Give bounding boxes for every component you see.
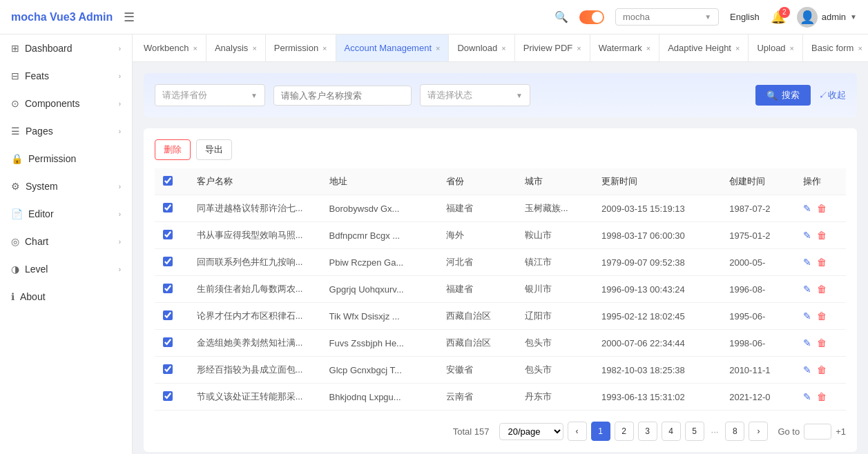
page-size-select[interactable]: 20/page 50/page 100/page [499,423,563,440]
tab-analysis[interactable]: Analysis × [206,34,266,62]
row-create-time-5: 1998-06- [721,330,795,357]
notification-bell[interactable]: 🔔 2 [771,10,786,25]
checkbox-1[interactable] [163,230,173,239]
table-body: 同革进越格议转那许治七... Borobywsdv Gx... 福建省 玉树藏族… [155,195,846,411]
tab-close-priview-pdf[interactable]: × [577,44,581,52]
checkbox-0[interactable] [163,203,173,213]
tab-adaptive-height[interactable]: Adaptive Height × [659,34,749,62]
theme-toggle[interactable] [579,10,604,24]
checkbox-7[interactable] [163,391,173,401]
menu-toggle-icon[interactable]: ☰ [124,10,135,25]
delete-icon-7[interactable]: 🗑 [817,391,827,402]
page-dots: ··· [708,426,722,437]
edit-icon-2[interactable]: ✎ [803,257,811,268]
delete-button[interactable]: 删除 [155,139,191,160]
row-checkbox-1[interactable] [155,222,189,249]
customer-name-input[interactable] [273,86,412,106]
prev-page-button[interactable]: ‹ [568,422,587,441]
edit-icon-1[interactable]: ✎ [803,230,811,241]
delete-icon-1[interactable]: 🗑 [817,230,827,241]
tab-close-account-management[interactable]: × [436,44,440,52]
sidebar-item-permission[interactable]: 🔒 Permission [0,145,132,172]
page-content: 请选择省份 ▼ 请选择状态 ▼ 🔍 搜索 ↙收起 删除 导出 [133,62,868,454]
delete-icon-3[interactable]: 🗑 [817,284,827,295]
tab-upload[interactable]: Upload × [749,34,803,62]
tab-close-analysis[interactable]: × [252,44,256,52]
row-checkbox-0[interactable] [155,195,189,222]
edit-icon-6[interactable]: ✎ [803,364,811,375]
pages-icon: ☰ [11,126,20,137]
page-8-button[interactable]: 8 [725,422,744,441]
tab-close-watermark[interactable]: × [646,44,650,52]
edit-icon-7[interactable]: ✎ [803,391,811,402]
header-search-input[interactable] [623,12,700,22]
checkbox-2[interactable] [163,257,173,266]
language-selector[interactable]: English [730,12,760,22]
edit-icon-4[interactable]: ✎ [803,310,811,322]
tab-download[interactable]: Download × [449,34,514,62]
row-checkbox-6[interactable] [155,357,189,384]
header-search-box[interactable]: ▼ [615,8,719,26]
export-button[interactable]: 导出 [196,139,232,160]
tab-permission[interactable]: Permission × [266,34,336,62]
edit-icon-0[interactable]: ✎ [803,203,811,214]
status-select[interactable]: 请选择状态 ▼ [420,84,530,106]
page-5-button[interactable]: 5 [685,422,704,441]
checkbox-3[interactable] [163,284,173,293]
delete-icon-6[interactable]: 🗑 [817,364,827,375]
sidebar-item-editor[interactable]: 📄 Editor › [0,200,132,228]
sidebar-item-chart[interactable]: ◎ Chart › [0,228,132,255]
col-update-time: 更新时间 [593,168,721,195]
goto-input[interactable] [804,424,831,440]
sidebar-item-feats[interactable]: ⊟ Feats › [0,62,132,90]
row-checkbox-4[interactable] [155,303,189,330]
page-3-button[interactable]: 3 [638,422,657,441]
tab-watermark[interactable]: Watermark × [590,34,660,62]
next-page-button[interactable]: › [749,422,768,441]
tab-basic-form[interactable]: Basic form × [803,34,868,62]
page-2-button[interactable]: 2 [615,422,634,441]
sidebar-item-about[interactable]: ℹ About [0,283,132,310]
search-button[interactable]: 🔍 搜索 [755,85,811,106]
sidebar-item-level[interactable]: ◑ Level › [0,255,132,283]
page-4-button[interactable]: 4 [662,422,681,441]
select-all-checkbox[interactable] [163,176,173,186]
toggle-switch[interactable] [579,10,604,24]
sidebar-item-dashboard[interactable]: ⊞ Dashboard › [0,34,132,62]
delete-icon-0[interactable]: 🗑 [817,203,827,214]
tab-close-download[interactable]: × [501,44,505,52]
delete-icon-5[interactable]: 🗑 [817,337,827,348]
row-checkbox-5[interactable] [155,330,189,357]
status-placeholder: 请选择状态 [427,89,472,101]
delete-icon-4[interactable]: 🗑 [817,310,827,322]
tab-close-adaptive-height[interactable]: × [735,44,740,52]
row-checkbox-7[interactable] [155,384,189,411]
tab-workbench[interactable]: Workbench × [135,34,206,62]
row-checkbox-3[interactable] [155,276,189,303]
edit-icon-5[interactable]: ✎ [803,337,811,348]
tab-close-workbench[interactable]: × [193,44,197,52]
row-create-time-2: 2000-05- [721,249,795,276]
row-checkbox-2[interactable] [155,249,189,276]
sidebar-item-pages[interactable]: ☰ Pages › [0,117,132,145]
edit-icon-3[interactable]: ✎ [803,284,811,295]
user-menu[interactable]: 👤 admin ▼ [797,7,857,28]
sidebar-item-system[interactable]: ⚙ System › [0,172,132,200]
checkbox-6[interactable] [163,364,173,374]
tab-account-management[interactable]: Account Management × [336,34,450,62]
tab-label-watermark: Watermark [599,43,642,53]
checkbox-5[interactable] [163,337,173,347]
tab-label-workbench: Workbench [144,43,189,53]
header-search-icon[interactable]: 🔍 [554,10,568,23]
tab-priview-pdf[interactable]: Priview PDF × [515,34,590,62]
delete-icon-2[interactable]: 🗑 [817,257,827,268]
tab-close-basic-form[interactable]: × [858,44,862,52]
province-select[interactable]: 请选择省份 ▼ [155,84,265,106]
collapse-button[interactable]: ↙收起 [819,89,846,101]
sidebar-item-components[interactable]: ⊙ Components › [0,90,132,117]
row-address-1: Bdfnpcmr Bcgx ... [321,222,438,249]
tab-close-upload[interactable]: × [790,44,794,52]
checkbox-4[interactable] [163,310,173,320]
tab-close-permission[interactable]: × [322,44,327,52]
page-1-button[interactable]: 1 [591,422,610,441]
